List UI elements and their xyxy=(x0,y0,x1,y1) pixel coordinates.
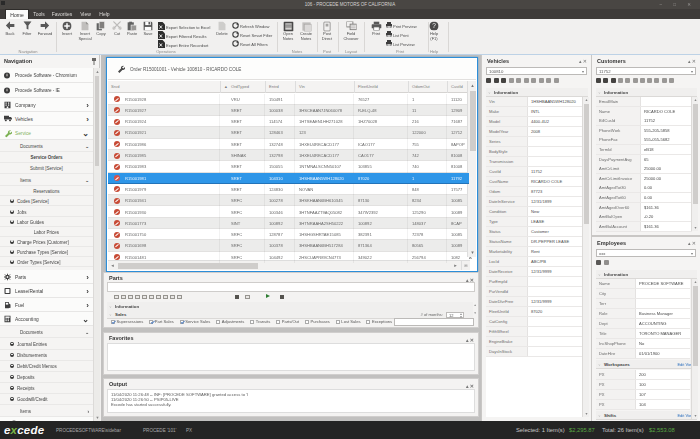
svg-text:?: ? xyxy=(432,22,436,29)
